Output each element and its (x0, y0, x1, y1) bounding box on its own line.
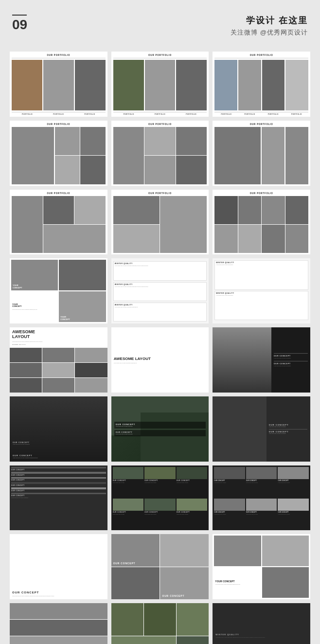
page-wrapper: 09 学设计 在这里 关注微博 @优秀网页设计 OUR PORTFOLIO PO… (0, 0, 320, 644)
slide-3: OUR PORTFOLIO PORTFOLIO PORTFOLIO PORTFO… (213, 52, 310, 117)
slide-1-divider (12, 58, 106, 58)
slide-6: OUR PORTFOLIO (213, 121, 310, 186)
slide-2-inner: OUR PORTFOLIO PORTFOLIO PORTFOLIO PORTFO… (111, 52, 209, 117)
page-number: 09 (12, 15, 27, 32)
slide-27: WINTER QUALITY Lorem ipsum dolor sit ame… (213, 603, 310, 644)
slide-18: OUR CONCEPT Lorem ipsum dolor sit amet c… (213, 396, 310, 462)
slide-2-title: OUR PORTFOLIO (113, 54, 207, 56)
slide-1: OUR PORTFOLIO PORTFOLIO PORTFOLIO PORTFO… (10, 52, 107, 117)
slide-11: WINTER QUALITY Lorem ipsum dolor sit ame… (111, 258, 209, 323)
slide-7: OUR PORTFOLIO (10, 190, 107, 255)
slide-8: OUR PORTFOLIO (111, 190, 209, 255)
slide-13: AWESOME LAYOUT Lorem ipsum dolor sit ame… (10, 327, 107, 393)
slide-row-9: WINTER QUALITY Lorem ipsum dolor sit ame… (10, 603, 310, 644)
slide-1-labels: PORTFOLIO PORTFOLIO PORTFOLIO (12, 112, 106, 115)
slide-24: YOUR CONCEPT Lorem ipsum dolor sit amet … (213, 534, 310, 599)
slide-2: OUR PORTFOLIO PORTFOLIO PORTFOLIO PORTFO… (111, 52, 209, 117)
slide-14: AWESOME LAYOUT Lorem ipsum dolor sit ame… (111, 327, 209, 393)
slide-row-6: OUR CONCEPT Lorem ipsum dolor sit amet c… (10, 396, 310, 462)
slide-1-inner: OUR PORTFOLIO PORTFOLIO PORTFOLIO PORTFO… (10, 52, 107, 117)
slide-row-2: OUR PORTFOLIO OUR PORTFOLIO (10, 121, 310, 186)
slide-16: OUR CONCEPT Lorem ipsum dolor sit amet c… (10, 396, 107, 462)
header: 09 学设计 在这里 关注微博 @优秀网页设计 (10, 10, 310, 42)
slide-row-3: OUR PORTFOLIO OUR PORTFOLIO (10, 190, 310, 255)
slide-row-7: OUR CONCEPT Lorem ipsum dolor sit amet c… (10, 465, 310, 531)
slide-row-5: AWESOME LAYOUT Lorem ipsum dolor sit ame… (10, 327, 310, 393)
slide-19: OUR CONCEPT Lorem ipsum dolor sit amet c… (10, 465, 107, 531)
slide-22: OUR CONCEPT Lorem ipsum dolor sit amet c… (10, 534, 107, 599)
slide-4: OUR PORTFOLIO (10, 121, 107, 186)
slide-row-1: OUR PORTFOLIO PORTFOLIO PORTFOLIO PORTFO… (10, 52, 310, 117)
slide-1-photos (12, 60, 106, 110)
slide-26 (111, 603, 209, 644)
photo-3 (75, 60, 106, 110)
photo-1 (12, 60, 42, 110)
slide-row-8: OUR CONCEPT Lorem ipsum dolor sit amet c… (10, 534, 310, 599)
slide-3-inner: OUR PORTFOLIO PORTFOLIO PORTFOLIO PORTFO… (213, 52, 310, 117)
slide-20: OUR CONCEPT Lorem ipsum dolor sit amet O… (111, 465, 209, 531)
slide-10: YOURCONCEPT YOURCONCEPT Lorem ipsum dolo… (10, 258, 107, 323)
slide-row-4: YOURCONCEPT YOURCONCEPT Lorem ipsum dolo… (10, 258, 310, 323)
slide-17: OUR CONCEPT Lorem ipsum dolor sit amet c… (111, 396, 209, 462)
slide-15: OUR CONCEPT Lorem ipsum dolor sit amet c… (213, 327, 310, 393)
photo-2 (43, 60, 74, 110)
slide-25 (10, 603, 107, 644)
slide-3-title: OUR PORTFOLIO (214, 54, 308, 56)
slide-9: OUR PORTFOLIO (213, 190, 310, 255)
slide-1-title: OUR PORTFOLIO (12, 54, 106, 56)
slide-5: OUR PORTFOLIO (111, 121, 209, 186)
header-right: 学设计 在这里 关注微博 @优秀网页设计 (231, 15, 308, 37)
slide-23: OUR CONCEPT OUR CONCEPT (111, 534, 209, 599)
slide-12: WINTER QUALITY Lorem ipsum dolor sit ame… (213, 258, 310, 323)
slide-21: OUR CONCEPT Lorem ipsum dolor sit amet O… (213, 465, 310, 531)
